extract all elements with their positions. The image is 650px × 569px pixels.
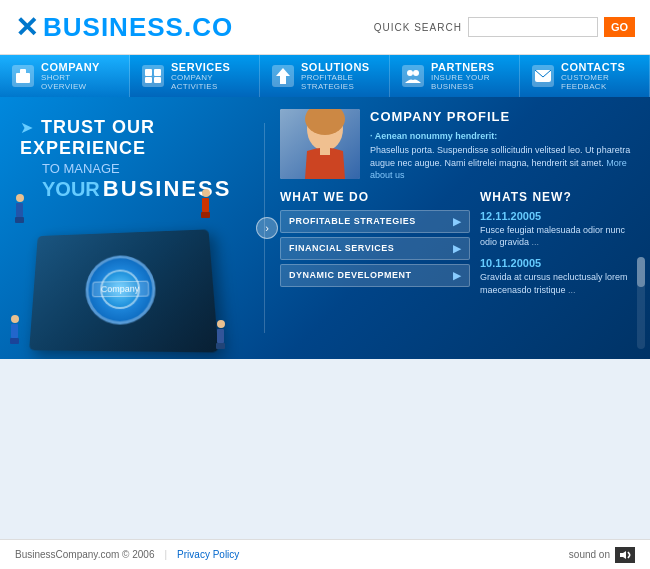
nav-item-solutions[interactable]: SOLUTIONS PROFITABLE STRATEGIES [260, 55, 390, 97]
services-nav-title: SERVICES [171, 61, 247, 73]
sound-label: sound on [569, 549, 610, 560]
svg-rect-4 [145, 77, 152, 83]
profile-body: Phasellus porta. Suspendisse sollicitudi… [370, 144, 640, 182]
search-area: QUICK SEARCH GO [374, 17, 635, 37]
company-nav-text: COMPANY SHORT OVERVIEW [41, 61, 117, 91]
partners-nav-icon [402, 65, 424, 87]
left-panel: ➤ TRUST OUR EXPERIENCE TO MANAGE YOUR BU… [0, 97, 265, 359]
news-item-1: 12.11.20005 Fusce feugiat malesuada odio… [480, 210, 640, 249]
svg-rect-2 [145, 69, 152, 76]
services-nav-icon [142, 65, 164, 87]
footer-left: BusinessCompany.com © 2006 | Privacy Pol… [15, 549, 239, 560]
figure-1 [15, 194, 24, 223]
hero-line1: TRUST OUR EXPERIENCE [20, 117, 155, 158]
logo-main: BUSINESS [43, 12, 184, 42]
footer-divider: | [164, 549, 167, 560]
svg-rect-1 [20, 69, 26, 74]
strategy-arrow-1: ▶ [453, 216, 462, 227]
profitable-strategies-button[interactable]: PROFITABLE STRATEGIES ▶ [280, 210, 470, 233]
services-nav-text: SERVICES COMPANY ACTIVITIES [171, 61, 247, 91]
contacts-nav-text: CONTACTS CUSTOMER FEEDBACK [561, 61, 637, 91]
scrollbar[interactable] [637, 257, 645, 349]
what-we-do-title: WHAT WE DO [280, 190, 470, 204]
search-input[interactable] [468, 17, 598, 37]
logo-icon: ✕ [15, 11, 38, 44]
svg-rect-0 [16, 73, 30, 83]
figure-4 [216, 320, 225, 349]
svg-marker-6 [276, 68, 290, 84]
news-more-1[interactable]: ... [532, 237, 540, 247]
financial-services-button[interactable]: FINANCIAL SERVICES ▶ [280, 237, 470, 260]
company-badge: Company [92, 281, 149, 298]
news-text-1: Fusce feugiat malesuada odior nunc odio … [480, 224, 640, 249]
svg-rect-13 [320, 147, 330, 155]
company-nav-sub: SHORT OVERVIEW [41, 73, 117, 91]
sound-icon[interactable] [615, 547, 635, 563]
whats-new-title: WHATS NEW? [480, 190, 640, 204]
services-nav-sub: COMPANY ACTIVITIES [171, 73, 247, 91]
solutions-nav-title: SOLUTIONS [301, 61, 377, 73]
hero-line2: TO MANAGE [42, 161, 250, 176]
nav-item-partners[interactable]: PARTNERS INSURE YOUR BUSINESS [390, 55, 520, 97]
news-item-2: 10.11.20005 Gravida at cursus necluctusa… [480, 257, 640, 296]
footer-privacy-link[interactable]: Privacy Policy [177, 549, 239, 560]
figure-3 [10, 315, 19, 344]
logo-accent: .CO [184, 12, 233, 42]
news-date-2: 10.11.20005 [480, 257, 640, 269]
arrow-button[interactable]: › [256, 217, 278, 239]
svg-line-16 [628, 555, 630, 558]
nav-item-company[interactable]: COMPANY SHORT OVERVIEW [0, 55, 130, 97]
partners-nav-sub: INSURE YOUR BUSINESS [431, 73, 507, 91]
solutions-nav-icon [272, 65, 294, 87]
logo-text: BUSINESS.CO [43, 12, 233, 43]
svg-point-7 [407, 70, 413, 76]
svg-line-15 [628, 552, 630, 555]
nav-item-services[interactable]: SERVICES COMPANY ACTIVITIES [130, 55, 260, 97]
company-nav-icon [12, 65, 34, 87]
header: ✕ BUSINESS.CO QUICK SEARCH GO [0, 0, 650, 55]
bottom-panels: WHAT WE DO PROFITABLE STRATEGIES ▶ FINAN… [280, 190, 640, 304]
contacts-nav-sub: CUSTOMER FEEDBACK [561, 73, 637, 91]
hero-arrow-icon: ➤ [20, 118, 33, 137]
search-label: QUICK SEARCH [374, 22, 462, 33]
whats-new-section: WHATS NEW? 12.11.20005 Fusce feugiat mal… [480, 190, 640, 304]
logo: ✕ BUSINESS.CO [15, 11, 233, 44]
contacts-nav-title: CONTACTS [561, 61, 637, 73]
strategy-arrow-3: ▶ [453, 270, 462, 281]
news-date-1: 12.11.20005 [480, 210, 640, 222]
figure-2 [201, 189, 210, 218]
svg-rect-3 [154, 69, 161, 76]
profile-image [280, 109, 360, 179]
svg-rect-5 [154, 77, 161, 83]
right-panel: COMPANY PROFILE · Aenean nonummy hendrer… [265, 97, 650, 359]
profile-text: COMPANY PROFILE · Aenean nonummy hendrer… [370, 109, 640, 182]
book-base: Company [29, 229, 218, 352]
nav: COMPANY SHORT OVERVIEW SERVICES COMPANY … [0, 55, 650, 97]
dynamic-development-button[interactable]: DYNAMIC DEVELOPMENT ▶ [280, 264, 470, 287]
solutions-nav-text: SOLUTIONS PROFITABLE STRATEGIES [301, 61, 377, 91]
nav-item-contacts[interactable]: CONTACTS CUSTOMER FEEDBACK [520, 55, 650, 97]
book-illustration: Company [10, 179, 240, 359]
company-nav-title: COMPANY [41, 61, 117, 73]
news-text-2: Gravida at cursus necluctusaly lorem mae… [480, 271, 640, 296]
footer: BusinessCompany.com © 2006 | Privacy Pol… [0, 539, 650, 569]
svg-marker-14 [620, 551, 626, 559]
profile-section-title: COMPANY PROFILE [370, 109, 640, 124]
partners-nav-text: PARTNERS INSURE YOUR BUSINESS [431, 61, 507, 91]
svg-point-8 [413, 70, 419, 76]
solutions-nav-sub: PROFITABLE STRATEGIES [301, 73, 377, 91]
news-more-2[interactable]: ... [568, 285, 576, 295]
what-we-do-section: WHAT WE DO PROFITABLE STRATEGIES ▶ FINAN… [280, 190, 470, 304]
footer-copyright: BusinessCompany.com © 2006 [15, 549, 154, 560]
strategy-arrow-2: ▶ [453, 243, 462, 254]
footer-right: sound on [569, 547, 635, 563]
partners-nav-title: PARTNERS [431, 61, 507, 73]
contacts-nav-icon [532, 65, 554, 87]
scroll-thumb[interactable] [637, 257, 645, 287]
main-content: ➤ TRUST OUR EXPERIENCE TO MANAGE YOUR BU… [0, 97, 650, 359]
profile-heading: · Aenean nonummy hendrerit: [370, 131, 497, 141]
company-profile-section: COMPANY PROFILE · Aenean nonummy hendrer… [280, 109, 640, 182]
search-button[interactable]: GO [604, 17, 635, 37]
